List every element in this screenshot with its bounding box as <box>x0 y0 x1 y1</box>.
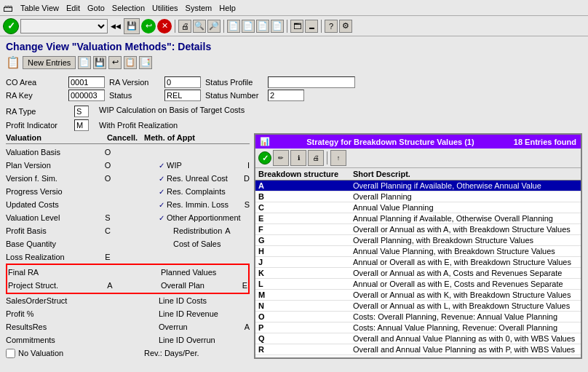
popup-confirm-btn[interactable]: ✓ <box>258 151 271 165</box>
short-desc-col-header: Short Descript. <box>353 170 578 178</box>
popup-cell-r-id: R <box>258 345 353 354</box>
ra-type-label: RA Type <box>6 107 71 116</box>
ra-version-label: RA Version <box>109 78 160 87</box>
status-profile-input[interactable] <box>268 76 355 88</box>
ra-key-input[interactable] <box>68 90 105 101</box>
status-profile-label: Status Profile <box>205 78 263 87</box>
popup-cell-p-id: P <box>258 323 353 332</box>
display-mode-icon[interactable]: 📋 <box>6 55 20 69</box>
menu-item-edit[interactable]: Edit <box>63 3 83 13</box>
back-icon[interactable]: ↩ <box>141 19 156 33</box>
plan-version-row: Plan Version O ✓ WIP I <box>6 159 250 172</box>
menu-item-utilities[interactable]: Utilities <box>149 3 180 13</box>
copy-btn[interactable]: 📄 <box>78 56 91 69</box>
popup-cell-h-id: H <box>258 247 353 256</box>
popup-cell-k-id: K <box>258 269 353 277</box>
popup-row-h[interactable]: H Annual Value Planning, with Breakdown … <box>255 246 581 257</box>
toolbar-combo[interactable] <box>20 19 108 33</box>
popup-row-k[interactable]: K Overall or Annual as with A, Costs and… <box>255 268 581 279</box>
ra-type-row: RA Type <box>6 106 89 117</box>
popup-header: 📊 Strategy for Breakdown Structure Value… <box>255 135 581 149</box>
popup-nav-btn[interactable]: ↑ <box>330 150 346 166</box>
popup-row-m[interactable]: M Overall or Annual as with K, with Brea… <box>255 290 581 301</box>
popup-row-p[interactable]: P Costs: Annual Value Planning, Revenue:… <box>255 322 581 333</box>
print-icon[interactable]: 🖨 <box>178 20 191 33</box>
find-icon[interactable]: 🔍 <box>193 20 206 33</box>
base-quantity-row: Base Quantity Cost of Sales <box>6 237 250 250</box>
popup-row-n[interactable]: N Overall or Annual as with L, with Brea… <box>255 301 581 312</box>
paste-btn[interactable]: 📋 <box>124 56 137 69</box>
page-icon4[interactable]: 📄 <box>271 20 284 33</box>
ra-type-section: RA Type WIP Calculation on Basis of Targ… <box>0 104 588 119</box>
popup-row-g[interactable]: G Overall Planning, with Breakdown Struc… <box>255 235 581 246</box>
meth-col-header: Meth. of Appt <box>144 133 250 142</box>
nav-first-icon[interactable]: ◀◀ <box>109 20 122 33</box>
popup-row-l[interactable]: L Annual or Overall as with E, Costs and… <box>255 279 581 290</box>
profit-indicator-input[interactable] <box>74 119 89 131</box>
confirm-button[interactable]: ✓ <box>3 18 19 34</box>
popup-info-btn[interactable]: ℹ <box>290 150 306 166</box>
popup-title: Strategy for Breakdown Structure Values … <box>306 138 474 146</box>
new-entries-button[interactable]: New Entries <box>23 56 76 69</box>
status-number-input[interactable] <box>268 90 304 101</box>
popup-cell-y-id: Y <box>258 356 353 357</box>
popup-row-f[interactable]: F Overall or Annual as with A, with Brea… <box>255 224 581 235</box>
final-ra-row: Final RA Planned Values <box>8 266 247 279</box>
form-row-1: CO Area RA Version Status Profile <box>6 76 582 88</box>
ra-version-input[interactable] <box>164 76 201 88</box>
co-area-label: CO Area <box>6 78 64 87</box>
no-valuation-checkbox[interactable] <box>6 349 15 358</box>
popup-row-e[interactable]: E Annual Planning if Available, Otherwis… <box>255 213 581 224</box>
status-input[interactable] <box>164 90 201 101</box>
popup-row-y[interactable]: Y Overall and Annual Value Planning <box>255 355 581 357</box>
popup-cell-e-desc: Annual Planning if Available, Otherwise … <box>353 214 578 223</box>
popup-entries-count: 18 Entries found <box>514 138 576 146</box>
save-icon[interactable]: 💾 <box>124 18 140 34</box>
popup-row-j[interactable]: J Annual or Overall as with E, with Brea… <box>255 257 581 268</box>
popup-cell-n-id: N <box>258 301 353 310</box>
popup-row-c[interactable]: C Annual Value Planning <box>255 202 581 213</box>
profit-basis-row: Profit Basis C Redistribution A <box>6 224 250 237</box>
settings-icon[interactable]: ⚙ <box>339 20 352 33</box>
menu-item-help[interactable]: Help <box>216 3 239 13</box>
profit-percent-row: Profit % Line ID Revenue <box>6 307 250 320</box>
ra-type-input[interactable] <box>74 106 89 117</box>
popup-cell-m-id: M <box>258 290 353 299</box>
popup-row-r[interactable]: R Overall and Annual Value Planning as w… <box>255 344 581 355</box>
popup-cell-y-desc: Overall and Annual Value Planning <box>353 356 578 357</box>
menu-item-selection[interactable]: Selection <box>109 3 148 13</box>
menu-item-goto[interactable]: Goto <box>84 3 108 13</box>
popup-cell-f-id: F <box>258 225 353 234</box>
popup-row-a[interactable]: A Overall Planning if Available, Otherwi… <box>255 181 581 191</box>
popup-cell-l-desc: Annual or Overall as with E, Costs and R… <box>353 280 578 288</box>
popup-toolbar: ✓ ✏ ℹ 🖨 ↑ <box>255 149 581 168</box>
popup-cell-e-id: E <box>258 214 353 223</box>
page-icon1[interactable]: 📄 <box>227 20 240 33</box>
window-icon2[interactable]: 🗕 <box>305 20 318 33</box>
window-icon1[interactable]: 🗔 <box>290 20 303 33</box>
popup-row-o[interactable]: O Costs: Overall Planning, Revenue: Annu… <box>255 312 581 322</box>
popup-cell-g-id: G <box>258 236 353 245</box>
popup-row-b[interactable]: B Overall Planning <box>255 191 581 202</box>
save-btn2[interactable]: 💾 <box>93 56 106 69</box>
popup-print-btn[interactable]: 🖨 <box>308 150 324 166</box>
popup-panel: 📊 Strategy for Breakdown Structure Value… <box>254 133 582 359</box>
co-area-input[interactable] <box>68 76 105 88</box>
paste2-btn[interactable]: 📑 <box>139 56 152 69</box>
page-icon2[interactable]: 📄 <box>242 20 255 33</box>
undo-btn[interactable]: ↩ <box>108 56 122 69</box>
popup-cell-l-id: L <box>258 280 353 288</box>
find2-icon[interactable]: 🔎 <box>207 20 220 33</box>
no-valuation-label: No Valuation <box>18 349 63 357</box>
profit-indicator-row: Profit Indicator <box>6 119 89 131</box>
popup-table: A Overall Planning if Available, Otherwi… <box>255 181 581 357</box>
page-icon3[interactable]: 📄 <box>256 20 269 33</box>
popup-cell-r-desc: Overall and Annual Value Planning as wit… <box>353 345 578 354</box>
popup-row-q[interactable]: Q Overall and Annual Value Planning as w… <box>255 333 581 344</box>
popup-edit-btn[interactable]: ✏ <box>273 150 289 166</box>
menu-item-system[interactable]: System <box>183 3 215 13</box>
help-icon[interactable]: ? <box>325 20 338 33</box>
menu-item-tableview[interactable]: Table View <box>17 3 62 13</box>
valuation-basis-row: Valuation Basis O <box>6 146 250 159</box>
stop-icon[interactable]: ✕ <box>157 19 172 33</box>
